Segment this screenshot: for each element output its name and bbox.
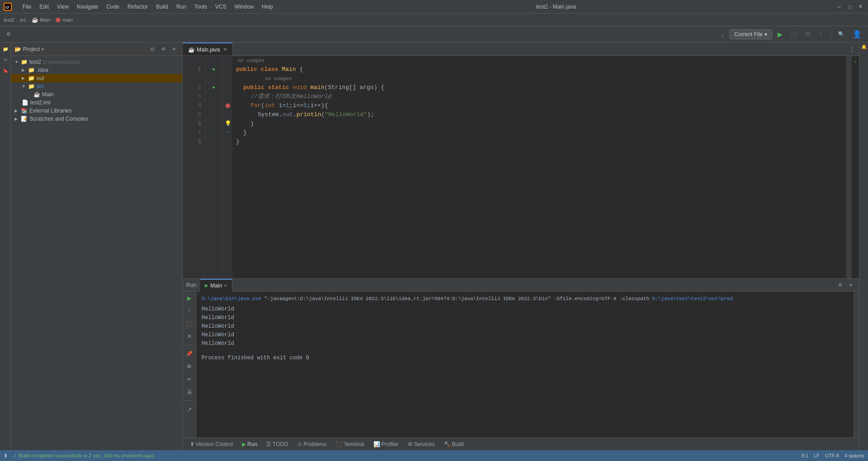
status-build[interactable]: ✓ Build completed successfully in 2 sec,…: [13, 453, 155, 459]
run-config-button[interactable]: ⚙: [184, 362, 194, 372]
run-panel-left: Run: ▶ Main ✕: [186, 279, 232, 292]
settings-icon-project[interactable]: ⚙: [159, 45, 168, 54]
run-settings-icon[interactable]: ⚙: [835, 281, 844, 290]
code-line-2: public static void main(String[] args) {: [236, 83, 843, 92]
tree-item-out[interactable]: ▶ 📁 out: [11, 74, 182, 82]
bp-line-2: [223, 83, 232, 92]
run-left-toolbar: ▶ ↑ ⬛ ✕ 📌 ⚙ ↵ 🖨 ↗: [183, 292, 196, 437]
close-run-button[interactable]: ✕: [184, 331, 194, 341]
menu-view[interactable]: View: [53, 3, 72, 11]
run-gutter-line-2[interactable]: ▶: [205, 83, 223, 92]
menu-code[interactable]: Code: [103, 3, 123, 11]
menu-file[interactable]: File: [19, 3, 35, 11]
run-scrollbar[interactable]: [854, 292, 859, 437]
menu-refactor[interactable]: Refactor: [124, 3, 151, 11]
menu-tools[interactable]: Tools: [191, 3, 211, 11]
stop-button[interactable]: ⬛: [184, 319, 194, 329]
editor-tab-main[interactable]: ☕ Main.java ✕: [183, 42, 233, 56]
scroll-to-end-button[interactable]: ↑: [184, 306, 194, 316]
tab-run[interactable]: ▶ Run: [238, 440, 261, 448]
maximize-button[interactable]: □: [846, 3, 854, 10]
lightbulb-icon[interactable]: 💡: [225, 119, 231, 128]
bp-line-8: [223, 137, 232, 146]
breadcrumb-branch[interactable]: main: [62, 17, 73, 23]
code-content[interactable]: no usages public class Main { no usages …: [232, 56, 846, 278]
menu-run[interactable]: Run: [173, 3, 190, 11]
run-tab-main[interactable]: ▶ Main ✕: [200, 279, 232, 292]
run-hide-icon[interactable]: ✕: [846, 281, 855, 290]
tab-version-control[interactable]: ⬆ Version Control: [186, 440, 236, 448]
app-logo: IJ: [4, 3, 12, 11]
settings-button[interactable]: 👤: [850, 28, 864, 40]
tree-arrow-idea: ▶: [22, 68, 26, 72]
tab-problems[interactable]: ⚠ Problems: [294, 440, 330, 448]
menu-help[interactable]: Help: [258, 3, 277, 11]
status-vcs[interactable]: ⬆: [4, 453, 8, 459]
tree-item-idea[interactable]: ▶ 📁 .idea: [11, 66, 182, 74]
nav-bar: test2 › src › ☕ Main › ⬤ main: [0, 14, 868, 26]
collapse-all-icon[interactable]: ⊟: [148, 45, 157, 54]
bp-hint-1: [223, 56, 232, 65]
tab-todo[interactable]: ☰ TODO: [263, 440, 292, 448]
menu-window[interactable]: Window: [231, 3, 258, 11]
tab-close-button[interactable]: ✕: [223, 47, 227, 52]
tree-item-external-libs[interactable]: ▶ 📚 External Libraries: [11, 107, 182, 115]
sidebar-bookmarks-icon[interactable]: 🔖: [1, 66, 10, 75]
run-tab-close[interactable]: ✕: [224, 283, 227, 288]
run-gutter-line-1[interactable]: ▶: [205, 65, 223, 74]
debug-button[interactable]: ⬛: [788, 30, 800, 38]
tree-label-root: test2: [29, 59, 41, 65]
tab-services[interactable]: ⚙ Services: [404, 440, 439, 448]
notifications-icon[interactable]: 🔔: [861, 44, 867, 49]
status-position[interactable]: 9:1: [802, 453, 808, 458]
status-line-sep[interactable]: LF: [814, 453, 820, 458]
hide-icon[interactable]: ✕: [170, 45, 179, 54]
move-to-top-button[interactable]: ↗: [184, 405, 194, 414]
print-button[interactable]: 🖨: [184, 387, 194, 397]
breadcrumb-project[interactable]: test2: [4, 17, 14, 23]
soft-wrap-button[interactable]: ↵: [184, 374, 194, 384]
project-dropdown-icon[interactable]: ▾: [42, 47, 44, 52]
close-button[interactable]: ✕: [857, 3, 864, 10]
title-bar-right: ─ □ ✕: [835, 3, 864, 10]
vcs-update-btn[interactable]: ↓: [719, 30, 727, 38]
sidebar-project-icon[interactable]: 📁: [1, 44, 10, 53]
minimize-button[interactable]: ─: [835, 3, 843, 10]
tree-item-src[interactable]: ▼ 📁 src: [11, 82, 182, 90]
run-classpath-link[interactable]: D:\java\test\test2\out\prod: [652, 296, 733, 301]
status-indent[interactable]: 4 spaces: [844, 453, 864, 458]
tab-profiler[interactable]: 📊 Profiler: [370, 440, 402, 448]
java-exe-link[interactable]: D:\Java\bin\java.exe: [202, 296, 261, 301]
run-gutter-line-6: [205, 119, 223, 128]
pin-tab-button[interactable]: 📌: [184, 349, 194, 359]
menu-vcs[interactable]: VCS: [212, 3, 230, 11]
editor-scrollbar[interactable]: [846, 56, 852, 278]
run-tab-icon-bar: ▶: [242, 441, 246, 447]
status-encoding[interactable]: UTF-8: [825, 453, 839, 458]
menu-build[interactable]: Build: [152, 3, 172, 11]
run-gutter-line-7[interactable]: ◦: [205, 128, 223, 137]
breadcrumb-src[interactable]: src: [20, 17, 27, 23]
search-everywhere-button[interactable]: 🔍: [835, 30, 847, 38]
gutter-hint-1: [183, 56, 205, 65]
more-run-options[interactable]: ⋮: [816, 30, 826, 38]
tree-item-main[interactable]: ☕ Main: [11, 90, 182, 99]
rerun-button[interactable]: ▶: [184, 293, 194, 303]
tab-terminal[interactable]: ⬛ Terminal: [332, 440, 368, 448]
menu-edit[interactable]: Edit: [36, 3, 52, 11]
run-button[interactable]: ▶: [775, 29, 785, 39]
menu-navigate[interactable]: Navigate: [73, 3, 102, 11]
tree-item-scratches[interactable]: ▶ 📝 Scratches and Consoles: [11, 115, 182, 123]
breadcrumb-main[interactable]: Main: [40, 17, 51, 23]
tab-build[interactable]: 🔨 Build: [440, 440, 468, 448]
run-with-coverage-button[interactable]: 🛡: [802, 30, 813, 38]
tree-item-iml[interactable]: 📄 test2.iml: [11, 99, 182, 107]
run-config-selector[interactable]: Current File ▾: [729, 29, 772, 39]
editor-more-button[interactable]: ⋮: [845, 46, 859, 53]
tree-item-root[interactable]: ▼ 📁 test2 D:\java\test\test2: [11, 58, 182, 66]
sidebar-structure-icon[interactable]: S: [1, 55, 10, 64]
build-icon: 🔨: [444, 441, 451, 447]
bp-line-4[interactable]: [223, 101, 232, 110]
code-line-3: //需求：打印5次HelloWorld: [236, 92, 843, 101]
toolbar-btn-1[interactable]: ⚙: [4, 30, 14, 38]
